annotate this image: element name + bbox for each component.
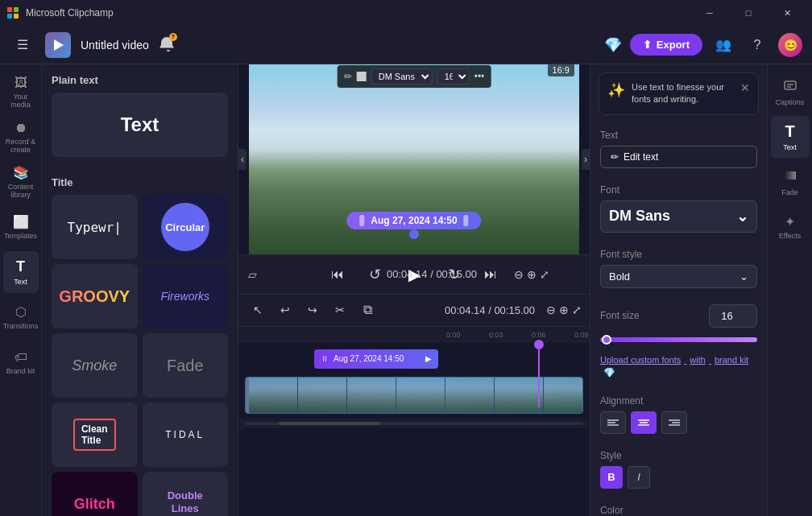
your-media-icon: 🖼 (14, 76, 27, 90)
close-button[interactable]: ✕ (768, 0, 806, 26)
zoom-out-button[interactable]: ⊖ (514, 268, 524, 281)
sidebar-item-transitions[interactable]: ⬡ Transitions (3, 296, 39, 338)
fade-item[interactable]: Fade (143, 333, 229, 398)
pencil-button[interactable]: ✏ (344, 71, 352, 82)
scroll-thumb[interactable] (279, 422, 380, 425)
clip-start-handle[interactable] (359, 215, 364, 226)
help-button[interactable]: ? (744, 32, 770, 58)
captions-label: Captions (776, 98, 805, 106)
sidebar-item-templates[interactable]: ⬜ Templates (3, 206, 39, 248)
skip-forward-button[interactable]: ⏭ (478, 262, 503, 287)
align-right-button[interactable] (661, 411, 687, 434)
tooltip-text: Use text to finesse your fonts and writi… (632, 81, 734, 106)
skip-back-button[interactable]: ⏮ (325, 262, 350, 287)
tl-zoom-out-button[interactable]: ⊖ (546, 303, 556, 316)
far-nav-text[interactable]: T Text (771, 116, 810, 158)
bold-button[interactable]: B (600, 466, 623, 489)
tl-expand-button[interactable]: ⤢ (572, 303, 582, 316)
cut-tool-button[interactable]: ✂ (329, 299, 351, 321)
export-button[interactable]: ⬆ Export (630, 34, 702, 56)
plain-text-item[interactable]: Text (52, 93, 228, 157)
double-lines-item[interactable]: DoubleLines (143, 472, 229, 516)
text-overlay-clip[interactable]: Aug 27, 2024 14:50 (346, 212, 481, 229)
video-track-clip[interactable] (245, 377, 583, 414)
sidebar-item-text[interactable]: T Text (3, 251, 39, 293)
sidebar-item-brand-kit[interactable]: 🏷 Brand kit (3, 341, 39, 383)
align-center-button[interactable] (631, 411, 657, 434)
more-options-button[interactable]: ••• (474, 71, 485, 82)
export-icon: ⬆ (643, 39, 652, 51)
groovy-label: GROOVY (59, 287, 130, 306)
smoke-label: Smoke (72, 357, 117, 374)
user-avatar[interactable]: 😊 (778, 33, 802, 57)
preview-size-button[interactable]: ▱ (248, 268, 257, 281)
sidebar-item-record-create[interactable]: ⏺ Record & create (3, 116, 39, 158)
filmstrip-frame-1 (249, 378, 297, 413)
rewind-button[interactable]: ↺ (362, 262, 387, 287)
upload-fonts-link[interactable]: Upload custom fonts with brand kit (600, 355, 757, 365)
minimize-button[interactable]: ─ (691, 0, 728, 26)
sidebar-item-content-library[interactable]: 📚 Content library (3, 161, 39, 203)
share-button[interactable]: 👥 (710, 32, 736, 58)
glitch-item[interactable]: Glitch (52, 472, 138, 516)
hue-slider[interactable] (600, 337, 757, 342)
notification-icon[interactable]: ? (159, 35, 175, 55)
fireworks-item[interactable]: Fireworks (143, 264, 229, 328)
total-time: 00:15.00 (436, 268, 477, 280)
undo-button[interactable]: ↩ (274, 299, 296, 321)
split-tool-button[interactable]: ⧉ (356, 299, 379, 321)
maximize-button[interactable]: □ (730, 0, 767, 26)
smoke-item[interactable]: Smoke (52, 333, 138, 398)
menu-button[interactable]: ☰ (10, 32, 35, 58)
font-chevron-icon: ⌄ (736, 208, 748, 225)
timeline-time-display: 00:04.14 / 00:15.00 (445, 304, 535, 316)
align-left-button[interactable] (600, 411, 626, 434)
sidebar-item-your-media[interactable]: 🖼 Your media (3, 71, 39, 113)
font-dropdown[interactable]: DM Sans ⌄ (600, 200, 757, 233)
far-nav-effects[interactable]: ✦ Effects (771, 206, 810, 248)
filmstrip-frame-6 (495, 378, 543, 413)
font-size-input[interactable] (709, 304, 757, 328)
font-size-selector[interactable]: 16 (437, 68, 470, 85)
font-size-section: Font size (590, 298, 767, 334)
far-nav-captions[interactable]: Captions (771, 71, 810, 113)
fit-zoom-button[interactable]: ⤢ (540, 268, 549, 281)
left-nav: 🖼 Your media ⏺ Record & create 📚 Content… (0, 64, 42, 516)
circular-item[interactable]: Circular (143, 195, 229, 259)
text-track-clip[interactable]: ⏸ Aug 27, 2024 14:50 ▶ (314, 349, 438, 369)
expand-panel-button[interactable]: › (582, 149, 590, 170)
right-panel: ✨ Use text to finesse your fonts and wri… (590, 64, 767, 516)
typewriter-item[interactable]: Typewr| (52, 195, 138, 259)
italic-button[interactable]: I (628, 466, 650, 489)
color-dot[interactable] (357, 72, 367, 81)
font-style-label: Font style (600, 249, 757, 260)
tooltip-close-button[interactable]: ✕ (740, 81, 750, 94)
color-section: Color #FFFFFF (590, 498, 767, 516)
zoom-in-button[interactable]: ⊕ (527, 268, 536, 281)
tl-zoom-in-button[interactable]: ⊕ (559, 303, 569, 316)
hue-slider-thumb[interactable] (602, 335, 611, 345)
style-section: Style B I (590, 444, 767, 495)
project-name[interactable]: Untitled video (81, 39, 149, 52)
ruler-mark-1: 0:03 (487, 331, 530, 339)
edit-text-button[interactable]: ✏ Edit text (600, 146, 757, 168)
font-selector[interactable]: DM Sans (371, 68, 433, 85)
redo-button[interactable]: ↪ (301, 299, 324, 321)
select-tool-button[interactable]: ↖ (246, 299, 269, 321)
clean-title-item[interactable]: CleanTitle (52, 402, 138, 467)
clip-end-handle[interactable] (464, 215, 469, 226)
ruler-mark-0: 0:00 (445, 331, 487, 339)
tidal-item[interactable]: TIDAL (143, 402, 229, 467)
title-bar: Microsoft Clipchamp ─ □ ✕ (0, 0, 812, 26)
double-lines-label: DoubleLines (168, 489, 203, 516)
collapse-panel-button[interactable]: ‹ (238, 149, 246, 170)
timeline-scrollbar[interactable] (238, 419, 590, 428)
preview-container: 16:9 ✏ DM Sans 16 ••• Aug (249, 64, 579, 260)
groovy-item[interactable]: GROOVY (52, 264, 138, 328)
far-right-nav: Captions T Text Fade ✦ Effects (767, 64, 812, 516)
far-nav-fade[interactable]: Fade (771, 161, 810, 203)
clip-settings-dot[interactable] (409, 229, 419, 239)
font-style-dropdown[interactable]: Bold ⌄ (600, 265, 757, 288)
svg-rect-3 (14, 14, 19, 19)
text-icon: T (16, 258, 25, 275)
